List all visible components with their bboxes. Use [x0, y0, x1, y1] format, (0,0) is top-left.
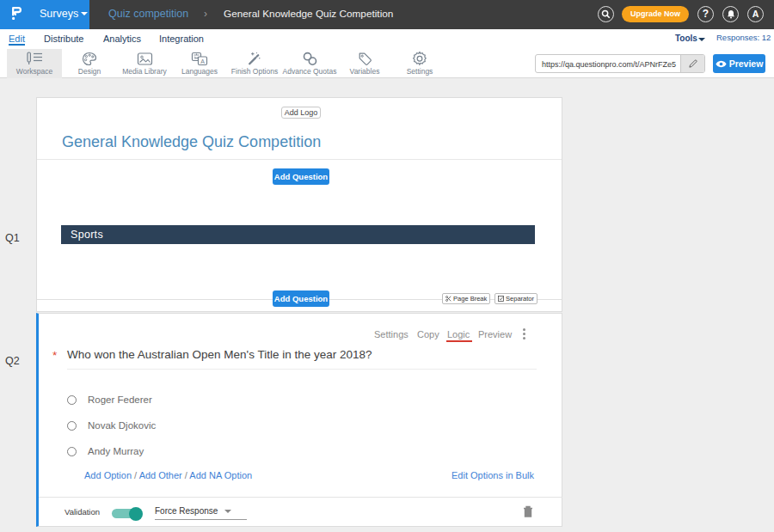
- svg-text:A: A: [200, 58, 205, 64]
